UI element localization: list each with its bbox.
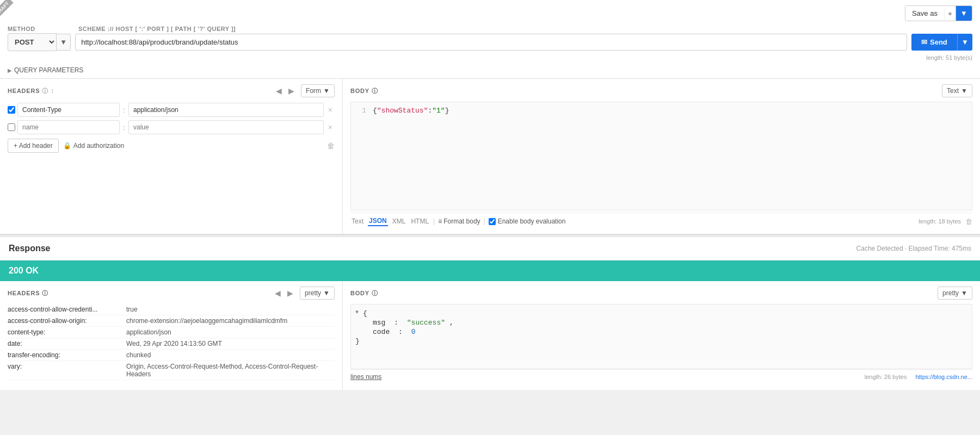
add-header-button[interactable]: + Add header (8, 139, 59, 153)
url-input[interactable] (75, 34, 907, 51)
header-2-colon: : (122, 123, 126, 132)
resp-collapse-buttons: ◀ ▶ (273, 288, 295, 299)
resp-header-value-5: chunked (126, 351, 151, 359)
resp-header-name-6: vary: (8, 363, 122, 378)
body-title-group: BODY ⓘ (350, 87, 378, 95)
resp-headers-info-icon[interactable]: ⓘ (42, 289, 48, 297)
resp-header-row-5: transfer-encoding: chunked (8, 350, 335, 361)
resp-header-value-4: Wed, 29 Apr 2020 14:13:50 GMT (126, 340, 222, 347)
body-info-icon[interactable]: ⓘ (372, 87, 378, 95)
resp-headers-title: HEADERS ⓘ (8, 289, 48, 297)
save-as-dot: ● (944, 7, 956, 20)
add-auth-button[interactable]: 🔒 Add authorization (63, 142, 124, 150)
header-2-delete-button[interactable]: × (326, 122, 335, 133)
body-tab-json[interactable]: JSON (368, 216, 388, 226)
header-1-name-input[interactable] (17, 103, 120, 117)
resp-headers-title-row: HEADERS ⓘ ◀ ▶ pretty ▼ (8, 287, 335, 300)
body-line-content-1: {"showStatus":"1"} (373, 107, 449, 115)
resp-json-collapse-arrow[interactable]: ▼ (355, 309, 359, 315)
resp-header-name-3: content-type: (8, 328, 122, 336)
response-header: Response Cache Detected · Elapsed Time: … (0, 237, 980, 260)
body-line-1: 1 {"showStatus":"1"} (355, 107, 967, 115)
format-body-label: Format body (443, 217, 480, 225)
headers-right-controls: ◀ ▶ Form ▼ (274, 84, 335, 97)
format-body-icon: ≡ (438, 217, 442, 225)
body-tab-xml[interactable]: XML (391, 217, 407, 226)
body-section: BODY ⓘ Text ▼ 1 {"showStatus":"1"} Text … (343, 79, 980, 234)
resp-body-title: BODY ⓘ (350, 289, 378, 297)
resp-header-row-3: content-type: application/json (8, 327, 335, 338)
resp-headers-title-group: HEADERS ⓘ (8, 289, 48, 297)
header-1-checkbox[interactable] (8, 106, 15, 114)
resp-header-value-3: application/json (126, 328, 171, 336)
resp-collapse-right-button[interactable]: ▶ (285, 288, 295, 299)
resp-collapse-left-button[interactable]: ◀ (273, 288, 283, 299)
resp-header-row-6: vary: Origin, Access-Control-Request-Met… (8, 361, 335, 380)
body-length: length: 18 bytes (919, 218, 961, 225)
resp-header-row-1: access-control-allow-credenti... true (8, 304, 335, 315)
response-body-section: BODY ⓘ pretty ▼ ▼ { msg : "success" (343, 281, 980, 390)
save-as-dropdown-button[interactable]: ▼ (956, 6, 972, 21)
body-title: BODY ⓘ (350, 87, 378, 95)
status-text: 200 OK (9, 266, 39, 276)
headers-title-group: HEADERS ⓘ ↕ (8, 87, 54, 95)
response-title: Response (9, 244, 50, 253)
header-2-name-input[interactable] (17, 120, 120, 134)
body-tab-text[interactable]: Text (350, 217, 365, 226)
headers-info-icon[interactable]: ⓘ (42, 87, 48, 95)
resp-headers-pretty-button[interactable]: pretty ▼ (300, 287, 335, 300)
enable-eval-checkbox[interactable] (489, 218, 496, 225)
header-1-colon: : (122, 106, 126, 114)
header-2-value-input[interactable] (128, 120, 324, 134)
resp-json-code-value: 0 (411, 328, 416, 336)
send-group: ✉ Send ▼ (911, 34, 972, 51)
body-editor[interactable]: 1 {"showStatus":"1"} (350, 102, 972, 210)
format-body-button[interactable]: ≡ Format body (438, 217, 480, 225)
top-actions: Save as ● ▼ (8, 5, 972, 21)
query-params-row[interactable]: ▶ QUERY PARAMETERS (8, 63, 972, 78)
collapse-right-button[interactable]: ▶ (286, 85, 297, 96)
send-button[interactable]: ✉ Send (911, 34, 957, 51)
resp-headers-right-controls: ◀ ▶ pretty ▼ (273, 287, 335, 300)
body-delete-button[interactable]: 🗑 (965, 217, 972, 226)
header-row-1: : × (8, 103, 335, 117)
body-toolbar: Text JSON XML HTML | ≡ Format body | Ena… (350, 213, 972, 228)
resp-body-pretty-button[interactable]: pretty ▼ (938, 287, 972, 300)
header-1-delete-button[interactable]: × (326, 104, 335, 115)
response-meta: Cache Detected · Elapsed Time: 475ms (856, 245, 971, 252)
method-select[interactable]: POST GET PUT DELETE (8, 33, 57, 51)
body-text-dropdown-button[interactable]: Text ▼ (942, 84, 972, 97)
method-url-row: POST GET PUT DELETE ▼ ✉ Send ▼ (8, 33, 972, 51)
send-icon: ✉ (921, 38, 927, 46)
enable-eval-label[interactable]: Enable body evaluation (489, 217, 566, 225)
send-dropdown-button[interactable]: ▼ (957, 34, 972, 51)
header-actions: + Add header 🔒 Add authorization 🗑 (8, 139, 335, 153)
resp-header-value-2: chrome-extension://aejoelaoggemcahagimdi… (126, 317, 287, 325)
resp-json-close: } (355, 337, 967, 346)
lines-nums-button[interactable]: lines nums (350, 373, 381, 381)
delete-all-headers-button[interactable]: 🗑 (327, 141, 335, 150)
body-format-tabs: Text JSON XML HTML | ≡ Format body | Ena… (350, 216, 565, 226)
body-tab-html[interactable]: HTML (410, 217, 430, 226)
resp-body-editor: ▼ { msg : "success" , code : 0 (350, 304, 972, 369)
resp-header-table: access-control-allow-credenti... true ac… (8, 304, 335, 380)
method-group: POST GET PUT DELETE ▼ (8, 33, 71, 51)
send-label: Send (930, 38, 947, 46)
header-2-checkbox[interactable] (8, 123, 15, 131)
collapse-buttons: ◀ ▶ (274, 85, 297, 96)
body-separator-2: | (484, 217, 485, 225)
save-as-button[interactable]: Save as (905, 6, 944, 21)
form-dropdown-button[interactable]: Form ▼ (301, 84, 335, 97)
headers-sort-icon[interactable]: ↕ (51, 87, 54, 95)
resp-header-name-5: transfer-encoding: (8, 351, 122, 359)
resp-header-row-2: access-control-allow-origin: chrome-exte… (8, 315, 335, 327)
method-dropdown-button[interactable]: ▼ (57, 34, 71, 51)
header-row-2: : × (8, 120, 335, 134)
resp-url-hint: https://blog.csdn.ne... (915, 374, 972, 380)
header-1-value-input[interactable] (128, 103, 324, 117)
resp-json-msg: msg : "success" , (355, 318, 967, 327)
resp-body-info-icon[interactable]: ⓘ (372, 289, 378, 297)
resp-footer-right: length: 26 bytes https://blog.csdn.ne... (865, 374, 972, 380)
add-auth-label: Add authorization (73, 142, 124, 150)
collapse-left-button[interactable]: ◀ (274, 85, 284, 96)
